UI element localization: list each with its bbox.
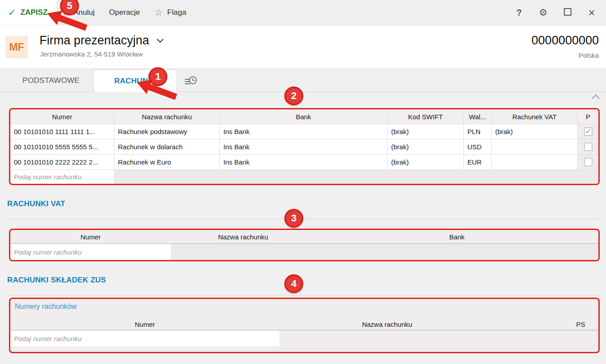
check-icon: ✓ bbox=[8, 7, 16, 18]
zus-accounts-box: Numery rachunków Numer Nazwa rachunku PS bbox=[9, 298, 600, 353]
vat-accounts-table: Numer Nazwa rachunku Bank bbox=[9, 229, 600, 261]
section-divider bbox=[7, 295, 600, 295]
bank-accounts-table: Numer Nazwa rachunku Bank Kod SWIFT Wal.… bbox=[9, 108, 600, 185]
operations-button[interactable]: Operacje bbox=[102, 0, 147, 25]
company-header: MF Firma prezentacyjna Jerzmanowska 2, 5… bbox=[0, 26, 606, 68]
company-address: Jerzmanowska 2, 54-519 Wrocław bbox=[40, 50, 143, 58]
column-spacer bbox=[495, 319, 563, 330]
flag-button[interactable]: ☆ Flaga bbox=[147, 0, 193, 25]
table-cell-vat[interactable] bbox=[492, 139, 577, 154]
tab-podstawowe[interactable]: PODSTAWOWE bbox=[9, 69, 93, 91]
new-vat-account-number-input[interactable] bbox=[10, 244, 171, 260]
checkmark-icon: ✓ bbox=[585, 128, 591, 135]
checkbox-checked[interactable]: ✓ bbox=[584, 127, 593, 136]
toolbar: ✓ ZAPISZ × Anuluj Operacje ☆ Flaga ? ⚙ × bbox=[0, 0, 606, 26]
tab-bar: PODSTAWOWE RACHUNKI bbox=[0, 68, 606, 92]
table-cell-waluta[interactable]: USD bbox=[464, 139, 491, 154]
table-cell-p bbox=[578, 155, 598, 169]
column-header-rachunek-vat[interactable]: Rachunek VAT bbox=[492, 109, 577, 124]
column-header-p[interactable]: P bbox=[578, 109, 598, 124]
company-country: Polska bbox=[579, 52, 599, 59]
column-header-bank[interactable]: Bank bbox=[220, 109, 387, 124]
company-name: Firma prezentacyjna bbox=[39, 34, 149, 48]
table-cell-vat[interactable] bbox=[492, 155, 577, 169]
window-controls: ? ⚙ × bbox=[514, 7, 606, 18]
maximize-icon[interactable] bbox=[562, 7, 573, 18]
table-cell-bank[interactable]: Ins Bank bbox=[220, 124, 387, 139]
table-cell-swift[interactable]: (brak) bbox=[388, 124, 463, 139]
column-header-numer[interactable]: Numer bbox=[10, 230, 171, 243]
vat-table-new-row bbox=[10, 244, 598, 260]
section-divider bbox=[7, 219, 600, 219]
help-icon[interactable]: ? bbox=[514, 8, 524, 18]
vat-table-header: Numer Nazwa rachunku Bank bbox=[10, 230, 598, 244]
checkbox-unchecked[interactable] bbox=[584, 143, 593, 151]
new-row-empty-area bbox=[114, 170, 598, 184]
zus-table-new-row bbox=[10, 330, 598, 347]
table-cell-numer[interactable]: 00 10101010 5555 5555 5... bbox=[10, 139, 114, 154]
table-cell-nazwa[interactable]: Rachunek podstawowy bbox=[114, 124, 219, 139]
table-cell-swift[interactable]: (brak) bbox=[388, 139, 463, 154]
column-header-bank[interactable]: Bank bbox=[315, 230, 598, 243]
column-header-nazwa[interactable]: Nazwa rachunku bbox=[114, 109, 219, 124]
table-cell-waluta[interactable]: PLN bbox=[464, 124, 491, 139]
close-icon[interactable]: × bbox=[586, 8, 597, 17]
annotation-arrow-rachunki-tab bbox=[136, 80, 179, 101]
annotation-badge-4: 4 bbox=[284, 274, 303, 293]
history-icon[interactable] bbox=[184, 75, 198, 87]
table-cell-nazwa[interactable]: Rachunek w dolarach bbox=[114, 139, 219, 154]
column-header-nazwa[interactable]: Nazwa rachunku bbox=[171, 230, 315, 243]
maximize-square bbox=[564, 8, 571, 16]
zus-group-label: Numery rachunków bbox=[10, 299, 598, 312]
company-avatar: MF bbox=[5, 36, 28, 58]
rachunki-panel: Numer Nazwa rachunku Bank Kod SWIFT Wal.… bbox=[0, 92, 606, 364]
table-cell-swift[interactable]: (brak) bbox=[388, 155, 463, 169]
new-zus-account-number-input[interactable] bbox=[10, 330, 279, 347]
table-cell-numer[interactable]: 00 10101010 1111 1111 1... bbox=[10, 124, 114, 139]
table-cell-nazwa[interactable]: Rachunek w Euro bbox=[114, 155, 219, 169]
table-cell-p: ✓ bbox=[578, 124, 598, 139]
table-cell-bank[interactable]: Ins Bank bbox=[220, 139, 387, 154]
flag-button-label: Flaga bbox=[167, 8, 187, 17]
table-cell-vat[interactable]: (brak) bbox=[492, 124, 577, 139]
annotation-badge-2: 2 bbox=[284, 87, 303, 105]
zus-table-header: Numer Nazwa rachunku PS bbox=[10, 319, 598, 330]
table-cell-bank[interactable]: Ins Bank bbox=[220, 155, 387, 169]
new-account-number-input[interactable] bbox=[10, 170, 114, 184]
annotation-arrow-save bbox=[47, 11, 89, 32]
save-button-label: ZAPISZ bbox=[21, 8, 48, 17]
checkbox-unchecked[interactable] bbox=[584, 158, 593, 166]
chevron-down-icon bbox=[157, 39, 164, 43]
new-row-empty-area bbox=[279, 330, 598, 347]
table-cell-p bbox=[578, 139, 598, 154]
zus-section-title: RACHUNKI SKŁADEK ZUS bbox=[7, 276, 106, 285]
collapse-section-icon[interactable] bbox=[592, 95, 600, 99]
vat-section-title: RACHUNKI VAT bbox=[7, 199, 65, 208]
settings-gear-icon[interactable]: ⚙ bbox=[538, 7, 549, 18]
table-cell-waluta[interactable]: EUR bbox=[464, 155, 491, 169]
annotation-badge-3: 3 bbox=[284, 209, 303, 228]
column-header-waluta[interactable]: Wal... bbox=[464, 109, 491, 124]
company-selector[interactable]: Firma prezentacyjna bbox=[39, 34, 164, 48]
operations-button-label: Operacje bbox=[109, 8, 140, 17]
column-header-numer[interactable]: Numer bbox=[10, 109, 114, 124]
new-account-input-cell bbox=[10, 170, 114, 184]
column-header-nazwa[interactable]: Nazwa rachunku bbox=[279, 319, 495, 330]
column-header-swift[interactable]: Kod SWIFT bbox=[388, 109, 463, 124]
company-tax-id: 0000000000 bbox=[532, 34, 599, 48]
table-cell-numer[interactable]: 00 10101010 2222 2222 2... bbox=[10, 155, 114, 169]
column-header-numer[interactable]: Numer bbox=[10, 319, 279, 330]
new-row-empty-area bbox=[171, 244, 598, 260]
column-header-ps[interactable]: PS bbox=[563, 319, 598, 330]
star-icon: ☆ bbox=[154, 7, 163, 18]
